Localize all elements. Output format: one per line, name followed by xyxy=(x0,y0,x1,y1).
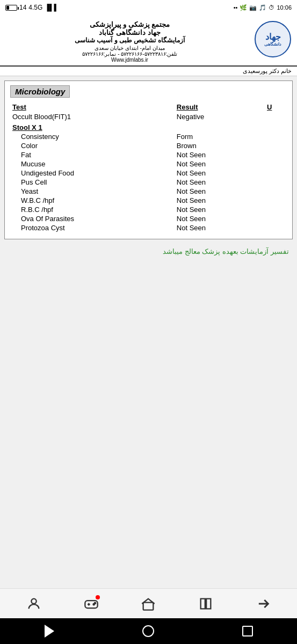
unit-cell xyxy=(265,141,287,150)
home-circle-icon xyxy=(142,625,154,637)
unit-cell xyxy=(265,169,287,178)
table-row: FatNot Seen xyxy=(10,150,287,159)
table-header-row: Test Result U xyxy=(10,102,287,112)
svg-point-3 xyxy=(95,602,96,603)
status-bar: 14 4.5G ▐▌▌ •• 🌿 📷 🎵 ⏱ 10:06 xyxy=(0,0,297,15)
lab-phone: تلفن:۵۷۲۲۳۸۱۶-۵۷۲۲۶۱۶۶ - نمابر:۵۷۲۲۶۱۶۶ xyxy=(5,51,254,57)
test-cell: Occult Blood(FIT)1 xyxy=(10,112,166,121)
table-row: Stool X 1 xyxy=(10,121,287,132)
test-cell: R.B.C /hpf xyxy=(10,205,166,214)
unit-cell xyxy=(265,214,287,223)
test-column-header: Test xyxy=(10,102,166,112)
lab-title-3: آزمایشگاه تشخیص طبی و آسیب شناسی xyxy=(5,36,254,44)
bottom-nav xyxy=(0,588,297,618)
play-icon xyxy=(45,625,54,638)
unit-cell xyxy=(265,150,287,159)
result-cell: Not Seen xyxy=(166,223,265,232)
result-cell: Not Seen xyxy=(166,169,265,178)
patient-name: خانم دکتر پورسعیدی xyxy=(243,68,292,74)
nav-arrow-right[interactable] xyxy=(252,593,274,614)
status-icon-3: 🎵 xyxy=(259,4,266,11)
unit-cell xyxy=(265,187,287,196)
status-right: •• 🌿 📷 🎵 ⏱ 10:06 xyxy=(234,4,292,11)
status-icon-1: 🌿 xyxy=(240,4,247,11)
table-row: Protozoa CystNot Seen xyxy=(10,223,287,232)
test-cell: Color xyxy=(10,141,166,150)
result-cell: Not Seen xyxy=(166,150,265,159)
nav-user[interactable] xyxy=(23,593,45,614)
logo-circle: جهاد دانشگاهی xyxy=(255,21,291,57)
section-header: Microbiology xyxy=(10,85,70,98)
test-cell: Consistency xyxy=(10,132,166,141)
signal-strength: 4.5G xyxy=(28,4,42,11)
android-stop-btn[interactable] xyxy=(240,623,256,639)
svg-rect-1 xyxy=(85,601,97,608)
unit-cell xyxy=(265,223,287,232)
table-row: ColorBrown xyxy=(10,141,287,150)
svg-rect-4 xyxy=(143,602,154,610)
android-play-btn[interactable] xyxy=(41,623,57,639)
table-row: Ova Of ParasitesNot Seen xyxy=(10,214,287,223)
unit-cell xyxy=(265,178,287,187)
lab-title-2: جهاد دانشگاهی گناباد xyxy=(5,28,254,36)
lab-logo: جهاد دانشگاهی xyxy=(254,20,292,58)
nav-gamepad[interactable] xyxy=(81,593,102,614)
table-row: W.B.C /hpfNot Seen xyxy=(10,196,287,205)
test-cell: Mucuse xyxy=(10,159,166,169)
content-card: Microbiology Test Result U Occult Blood(… xyxy=(4,80,293,239)
lab-table: Test Result U Occult Blood(FIT)1Negative… xyxy=(10,102,287,232)
result-cell: Not Seen xyxy=(166,178,265,187)
table-row: Undigested FoodNot Seen xyxy=(10,169,287,178)
lab-info: مجتمع پزشکی و پیراپزشکی جهاد دانشگاهی گن… xyxy=(5,20,254,63)
result-cell: Not Seen xyxy=(166,196,265,205)
table-row: Pus CellNot Seen xyxy=(10,178,287,187)
nav-dot xyxy=(96,595,100,599)
unit-cell xyxy=(265,132,287,141)
section-title: Microbiology xyxy=(15,87,65,96)
table-row: YeastNot Seen xyxy=(10,187,287,196)
result-cell: Not Seen xyxy=(166,159,265,169)
test-cell: Undigested Food xyxy=(10,169,166,178)
test-cell: Protozoa Cyst xyxy=(10,223,166,232)
lab-address: میدان امام- ابتدای خیابان سعدی xyxy=(5,45,254,51)
more-dots: •• xyxy=(234,4,238,11)
test-cell: Pus Cell xyxy=(10,178,166,187)
battery-icon xyxy=(5,5,17,11)
footer-text: تفسیر آزمایشات بعهده پزشک معالج میباشد xyxy=(8,245,289,258)
table-row: Occult Blood(FIT)1Negative xyxy=(10,112,287,121)
test-cell: Fat xyxy=(10,150,166,159)
test-cell: Yeast xyxy=(10,187,166,196)
result-cell: Brown xyxy=(166,141,265,150)
clock-icon: ⏱ xyxy=(269,4,274,11)
test-cell: Stool X 1 xyxy=(10,121,166,132)
status-icon-2: 📷 xyxy=(249,4,257,11)
unit-cell xyxy=(265,121,287,132)
android-home-btn[interactable] xyxy=(140,623,156,639)
nav-home[interactable] xyxy=(137,593,159,614)
android-bar xyxy=(0,618,297,644)
unit-cell xyxy=(265,159,287,169)
logo-text-main: جهاد xyxy=(265,32,281,42)
table-row: R.B.C /hpfNot Seen xyxy=(10,205,287,214)
lab-title-1: مجتمع پزشکی و پیراپزشکی xyxy=(5,20,254,28)
time-display: 10:06 xyxy=(277,4,292,11)
footer-label: تفسیر آزمایشات بعهده پزشک معالج میباشد xyxy=(163,247,289,255)
result-cell xyxy=(166,121,265,132)
lab-website: Www.jdmlabs.ir xyxy=(5,57,254,63)
lab-header: مجتمع پزشکی و پیراپزشکی جهاد دانشگاهی گن… xyxy=(0,15,297,67)
test-cell: Ova Of Parasites xyxy=(10,214,166,223)
result-cell: Not Seen xyxy=(166,187,265,196)
result-cell: Not Seen xyxy=(166,214,265,223)
battery-level: 14 xyxy=(19,4,26,11)
result-column-header: Result xyxy=(166,102,265,112)
unit-cell xyxy=(265,196,287,205)
result-cell: Negative xyxy=(166,112,265,121)
main-content: 14 4.5G ▐▌▌ •• 🌿 📷 🎵 ⏱ 10:06 مجتمع پزشکی… xyxy=(0,0,297,323)
signal-bars: ▐▌▌ xyxy=(45,4,59,11)
nav-book[interactable] xyxy=(195,593,216,614)
stop-square-icon xyxy=(242,626,253,636)
logo-text-sub: دانشگاهی xyxy=(264,42,281,47)
test-cell: W.B.C /hpf xyxy=(10,196,166,205)
unit-cell xyxy=(265,205,287,214)
table-row: MucuseNot Seen xyxy=(10,159,287,169)
